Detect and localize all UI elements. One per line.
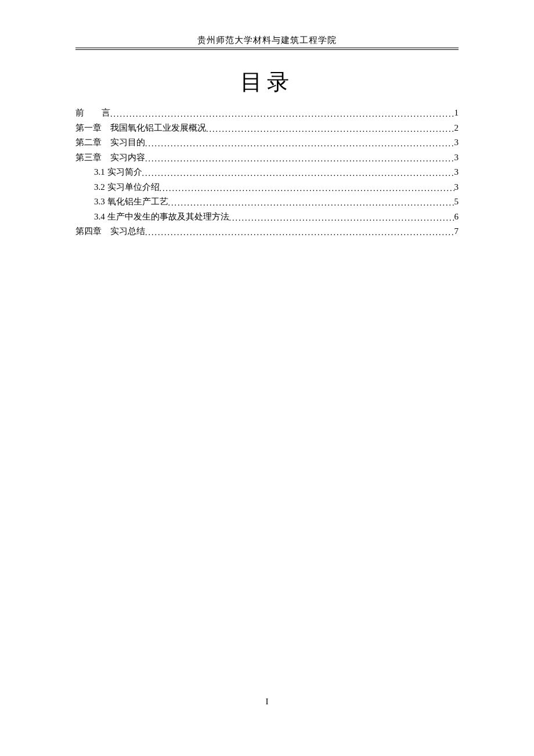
- toc-leader: [145, 152, 454, 166]
- toc-entry: 前 言 1: [75, 106, 459, 121]
- toc-leader: [206, 123, 454, 136]
- toc-page: 5: [454, 195, 459, 210]
- toc-leader: [160, 182, 454, 196]
- toc-label: 前 言: [75, 106, 110, 121]
- toc-page: 6: [454, 210, 459, 225]
- toc-leader: [168, 196, 454, 210]
- toc-entry: 3.3 氧化铝生产工艺 5: [75, 195, 459, 210]
- toc-label: 第一章 我国氧化铝工业发展概况: [75, 121, 206, 136]
- toc-label: 第四章 实习总结: [75, 224, 145, 239]
- toc-entry: 第三章 实习内容 3: [75, 150, 459, 165]
- toc-label: 3.1 实习简介: [94, 165, 142, 180]
- toc-leader: [145, 226, 454, 240]
- toc-label: 3.3 氧化铝生产工艺: [94, 195, 168, 210]
- page-number: I: [0, 697, 534, 707]
- toc-leader: [145, 137, 454, 151]
- toc-page: 3: [454, 150, 459, 165]
- toc-entry: 第一章 我国氧化铝工业发展概况 2: [75, 121, 459, 136]
- toc-entry: 第二章 实习目的 3: [75, 135, 459, 150]
- toc-leader: [229, 211, 454, 225]
- toc-leader: [142, 167, 454, 181]
- toc-label: 3.4 生产中发生的事故及其处理方法: [94, 210, 229, 225]
- toc-entry: 第四章 实习总结 7: [75, 224, 459, 239]
- toc-page: 2: [454, 121, 459, 136]
- toc-label: 第二章 实习目的: [75, 135, 145, 150]
- toc-page: 1: [454, 106, 459, 121]
- toc-entry: 3.2 实习单位介绍 3: [75, 180, 459, 195]
- table-of-contents: 前 言 1 第一章 我国氧化铝工业发展概况 2 第二章 实习目的 3 第三章 实…: [75, 106, 459, 239]
- toc-page: 3: [454, 180, 459, 195]
- toc-page: 7: [454, 224, 459, 239]
- toc-title: 目录: [75, 67, 459, 97]
- toc-entry: 3.1 实习简介 3: [75, 165, 459, 180]
- toc-page: 3: [454, 165, 459, 180]
- toc-label: 第三章 实习内容: [75, 150, 145, 165]
- toc-leader: [110, 107, 454, 121]
- toc-label: 3.2 实习单位介绍: [94, 180, 160, 195]
- page-header: 贵州师范大学材料与建筑工程学院: [75, 35, 459, 46]
- header-rule: [75, 48, 459, 50]
- toc-page: 3: [454, 135, 459, 150]
- toc-entry: 3.4 生产中发生的事故及其处理方法 6: [75, 210, 459, 225]
